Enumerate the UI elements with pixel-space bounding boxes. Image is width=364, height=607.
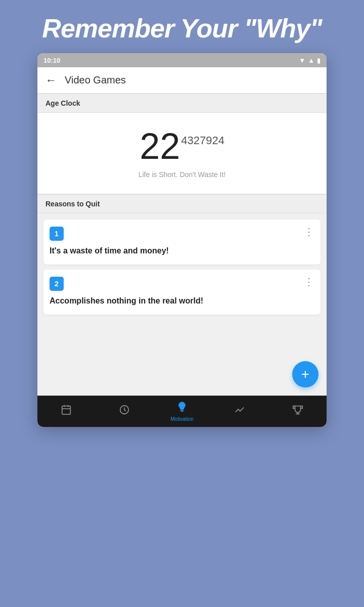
age-main-number: 22 [140, 128, 180, 164]
age-subtitle: Life is Short. Don't Waste It! [139, 170, 226, 179]
reason-card-1-top: 1 ⋮ [50, 227, 314, 241]
reasons-section: Reasons to Quit 1 ⋮ It's a waste of time… [37, 194, 327, 396]
calendar-icon [61, 404, 72, 418]
reasons-list: 1 ⋮ It's a waste of time and money! 2 ⋮ … [37, 213, 327, 321]
reason-card-2: 2 ⋮ Accomplishes nothing in the real wor… [43, 270, 321, 315]
back-button[interactable]: ← [46, 74, 57, 87]
reason-text-2: Accomplishes nothing in the real world! [50, 296, 314, 307]
page-header: Remember Your "Why" [0, 0, 364, 53]
bottom-nav: Motivation [37, 396, 327, 427]
nav-item-motivation[interactable]: Motivation [167, 401, 197, 422]
age-clock-section-header: Age Clock [37, 94, 327, 113]
app-bar: ← Video Games [37, 67, 327, 94]
nav-item-achievements[interactable] [283, 404, 313, 418]
reason-text-1: It's a waste of time and money! [50, 246, 314, 256]
svg-rect-0 [62, 406, 71, 415]
status-bar: 10:10 ▼ ▲ ▮ [37, 53, 327, 67]
age-display: 22 4327924 [140, 128, 224, 164]
reason-menu-1[interactable]: ⋮ [304, 227, 314, 237]
reason-number-badge-1: 1 [50, 227, 64, 241]
status-time: 10:10 [43, 57, 60, 64]
motivation-label: Motivation [170, 416, 194, 422]
nav-item-stats[interactable] [224, 404, 255, 418]
phone-frame: 10:10 ▼ ▲ ▮ ← Video Games Age Clock 22 4… [37, 53, 327, 427]
reason-card-1: 1 ⋮ It's a waste of time and money! [43, 220, 321, 265]
app-title: Video Games [65, 74, 126, 86]
reason-menu-2[interactable]: ⋮ [304, 277, 314, 287]
fab-container: + [37, 361, 327, 396]
status-icons: ▼ ▲ ▮ [299, 57, 321, 64]
reasons-section-header: Reasons to Quit [37, 194, 327, 213]
age-clock-area: 22 4327924 Life is Short. Don't Waste It… [37, 113, 327, 194]
nav-item-history[interactable] [109, 404, 140, 418]
nav-item-calendar[interactable] [51, 404, 81, 418]
stats-icon [234, 404, 245, 418]
trophy-icon [292, 404, 303, 418]
signal-icon: ▲ [308, 57, 314, 64]
wifi-icon: ▼ [299, 57, 305, 64]
motivation-icon [176, 401, 188, 415]
empty-space [37, 321, 327, 361]
history-icon [119, 404, 130, 418]
age-decimal-number: 4327924 [181, 134, 224, 147]
reason-card-2-top: 2 ⋮ [50, 277, 314, 291]
add-reason-fab[interactable]: + [292, 361, 318, 387]
battery-icon: ▮ [317, 57, 321, 64]
reason-number-badge-2: 2 [50, 277, 64, 291]
